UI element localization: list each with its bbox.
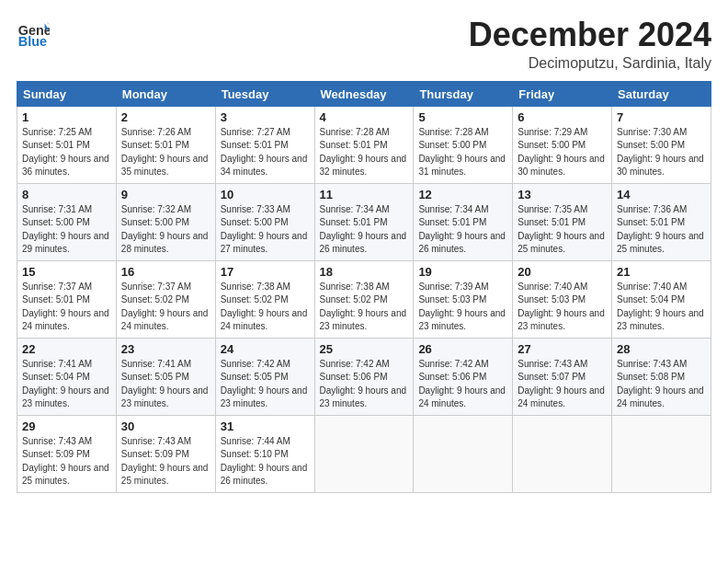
cell-info: Sunrise: 7:41 AMSunset: 5:04 PMDaylight:… xyxy=(22,358,111,411)
day-number: 26 xyxy=(418,342,507,356)
calendar-cell xyxy=(414,415,513,492)
cell-info: Sunrise: 7:26 AMSunset: 5:01 PMDaylight:… xyxy=(121,126,210,179)
cell-info: Sunrise: 7:38 AMSunset: 5:02 PMDaylight:… xyxy=(320,281,409,334)
title-area: December 2024 Decimoputzu, Sardinia, Ita… xyxy=(469,17,711,72)
header: General Blue December 2024 Decimoputzu, … xyxy=(17,17,711,72)
cell-info: Sunrise: 7:25 AMSunset: 5:01 PMDaylight:… xyxy=(22,126,111,179)
day-number: 29 xyxy=(22,419,111,433)
calendar-cell: 14Sunrise: 7:36 AMSunset: 5:01 PMDayligh… xyxy=(612,183,711,260)
weekday-header-monday: Monday xyxy=(116,81,215,106)
cell-info: Sunrise: 7:30 AMSunset: 5:00 PMDaylight:… xyxy=(617,126,706,179)
cell-info: Sunrise: 7:27 AMSunset: 5:01 PMDaylight:… xyxy=(221,126,310,179)
day-number: 13 xyxy=(518,188,607,201)
cell-info: Sunrise: 7:43 AMSunset: 5:07 PMDaylight:… xyxy=(518,358,607,411)
cell-info: Sunrise: 7:42 AMSunset: 5:05 PMDaylight:… xyxy=(221,358,310,411)
cell-info: Sunrise: 7:43 AMSunset: 5:09 PMDaylight:… xyxy=(121,435,210,488)
calendar-cell: 23Sunrise: 7:41 AMSunset: 5:05 PMDayligh… xyxy=(116,338,215,415)
cell-info: Sunrise: 7:34 AMSunset: 5:01 PMDaylight:… xyxy=(418,203,507,257)
calendar-cell: 20Sunrise: 7:40 AMSunset: 5:03 PMDayligh… xyxy=(513,260,612,338)
calendar-cell: 15Sunrise: 7:37 AMSunset: 5:01 PMDayligh… xyxy=(17,260,117,338)
day-number: 27 xyxy=(518,342,607,356)
location-title: Decimoputzu, Sardinia, Italy xyxy=(469,55,711,72)
calendar-cell: 18Sunrise: 7:38 AMSunset: 5:02 PMDayligh… xyxy=(314,260,414,338)
day-number: 3 xyxy=(221,110,310,124)
calendar-cell: 6Sunrise: 7:29 AMSunset: 5:00 PMDaylight… xyxy=(513,106,612,183)
cell-info: Sunrise: 7:43 AMSunset: 5:08 PMDaylight:… xyxy=(617,358,706,411)
calendar-cell: 28Sunrise: 7:43 AMSunset: 5:08 PMDayligh… xyxy=(612,338,711,415)
day-number: 14 xyxy=(617,188,706,201)
cell-info: Sunrise: 7:36 AMSunset: 5:01 PMDaylight:… xyxy=(617,203,706,257)
day-number: 23 xyxy=(121,342,210,356)
calendar-cell: 25Sunrise: 7:42 AMSunset: 5:06 PMDayligh… xyxy=(314,338,414,415)
cell-info: Sunrise: 7:42 AMSunset: 5:06 PMDaylight:… xyxy=(418,358,507,411)
day-number: 31 xyxy=(221,419,310,433)
calendar-cell xyxy=(314,415,414,492)
calendar-week-5: 29Sunrise: 7:43 AMSunset: 5:09 PMDayligh… xyxy=(17,415,711,492)
calendar-cell: 13Sunrise: 7:35 AMSunset: 5:01 PMDayligh… xyxy=(513,183,612,260)
calendar-cell: 16Sunrise: 7:37 AMSunset: 5:02 PMDayligh… xyxy=(116,260,215,338)
calendar-cell: 2Sunrise: 7:26 AMSunset: 5:01 PMDaylight… xyxy=(116,106,215,183)
day-number: 17 xyxy=(221,265,310,279)
cell-info: Sunrise: 7:35 AMSunset: 5:01 PMDaylight:… xyxy=(518,203,607,257)
cell-info: Sunrise: 7:40 AMSunset: 5:04 PMDaylight:… xyxy=(617,281,706,334)
weekday-header-wednesday: Wednesday xyxy=(314,81,414,106)
calendar-week-4: 22Sunrise: 7:41 AMSunset: 5:04 PMDayligh… xyxy=(17,338,711,415)
cell-info: Sunrise: 7:41 AMSunset: 5:05 PMDaylight:… xyxy=(121,358,210,411)
calendar-cell: 27Sunrise: 7:43 AMSunset: 5:07 PMDayligh… xyxy=(513,338,612,415)
day-number: 18 xyxy=(320,265,409,279)
day-number: 10 xyxy=(221,188,310,201)
day-number: 19 xyxy=(418,265,507,279)
calendar-cell: 26Sunrise: 7:42 AMSunset: 5:06 PMDayligh… xyxy=(414,338,513,415)
cell-info: Sunrise: 7:38 AMSunset: 5:02 PMDaylight:… xyxy=(221,281,310,334)
day-number: 12 xyxy=(418,188,507,201)
cell-info: Sunrise: 7:29 AMSunset: 5:00 PMDaylight:… xyxy=(518,126,607,179)
calendar-cell: 21Sunrise: 7:40 AMSunset: 5:04 PMDayligh… xyxy=(612,260,711,338)
calendar-cell: 19Sunrise: 7:39 AMSunset: 5:03 PMDayligh… xyxy=(414,260,513,338)
cell-info: Sunrise: 7:31 AMSunset: 5:00 PMDaylight:… xyxy=(22,203,111,257)
weekday-header-friday: Friday xyxy=(513,81,612,106)
weekday-header-tuesday: Tuesday xyxy=(215,81,314,106)
day-number: 30 xyxy=(121,419,210,433)
calendar-cell: 22Sunrise: 7:41 AMSunset: 5:04 PMDayligh… xyxy=(17,338,117,415)
logo: General Blue xyxy=(17,17,50,50)
svg-text:Blue: Blue xyxy=(18,34,47,49)
day-number: 9 xyxy=(121,188,210,201)
calendar-cell xyxy=(513,415,612,492)
day-number: 24 xyxy=(221,342,310,356)
cell-info: Sunrise: 7:32 AMSunset: 5:00 PMDaylight:… xyxy=(121,203,210,257)
cell-info: Sunrise: 7:33 AMSunset: 5:00 PMDaylight:… xyxy=(221,203,310,257)
cell-info: Sunrise: 7:34 AMSunset: 5:01 PMDaylight:… xyxy=(320,203,409,257)
weekday-header-sunday: Sunday xyxy=(17,81,117,106)
day-number: 28 xyxy=(617,342,706,356)
calendar-cell: 1Sunrise: 7:25 AMSunset: 5:01 PMDaylight… xyxy=(17,106,117,183)
day-number: 1 xyxy=(22,110,111,124)
calendar-cell: 7Sunrise: 7:30 AMSunset: 5:00 PMDaylight… xyxy=(612,106,711,183)
day-number: 21 xyxy=(617,265,706,279)
calendar-table: SundayMondayTuesdayWednesdayThursdayFrid… xyxy=(17,81,711,493)
day-number: 5 xyxy=(418,110,507,124)
cell-info: Sunrise: 7:39 AMSunset: 5:03 PMDaylight:… xyxy=(418,281,507,334)
cell-info: Sunrise: 7:28 AMSunset: 5:01 PMDaylight:… xyxy=(320,126,409,179)
calendar-cell: 10Sunrise: 7:33 AMSunset: 5:00 PMDayligh… xyxy=(215,183,314,260)
cell-info: Sunrise: 7:44 AMSunset: 5:10 PMDaylight:… xyxy=(221,435,310,488)
calendar-cell: 4Sunrise: 7:28 AMSunset: 5:01 PMDaylight… xyxy=(314,106,414,183)
calendar-week-3: 15Sunrise: 7:37 AMSunset: 5:01 PMDayligh… xyxy=(17,260,711,338)
day-number: 22 xyxy=(22,342,111,356)
calendar-cell: 8Sunrise: 7:31 AMSunset: 5:00 PMDaylight… xyxy=(17,183,117,260)
calendar-cell: 11Sunrise: 7:34 AMSunset: 5:01 PMDayligh… xyxy=(314,183,414,260)
calendar-cell: 24Sunrise: 7:42 AMSunset: 5:05 PMDayligh… xyxy=(215,338,314,415)
calendar-cell: 9Sunrise: 7:32 AMSunset: 5:00 PMDaylight… xyxy=(116,183,215,260)
calendar-week-2: 8Sunrise: 7:31 AMSunset: 5:00 PMDaylight… xyxy=(17,183,711,260)
calendar-cell: 17Sunrise: 7:38 AMSunset: 5:02 PMDayligh… xyxy=(215,260,314,338)
day-number: 15 xyxy=(22,265,111,279)
day-number: 8 xyxy=(22,188,111,201)
calendar-cell xyxy=(612,415,711,492)
cell-info: Sunrise: 7:37 AMSunset: 5:02 PMDaylight:… xyxy=(121,281,210,334)
cell-info: Sunrise: 7:42 AMSunset: 5:06 PMDaylight:… xyxy=(320,358,409,411)
calendar-week-1: 1Sunrise: 7:25 AMSunset: 5:01 PMDaylight… xyxy=(17,106,711,183)
cell-info: Sunrise: 7:43 AMSunset: 5:09 PMDaylight:… xyxy=(22,435,111,488)
day-number: 4 xyxy=(320,110,409,124)
day-number: 7 xyxy=(617,110,706,124)
logo-icon: General Blue xyxy=(17,17,50,50)
calendar-cell: 29Sunrise: 7:43 AMSunset: 5:09 PMDayligh… xyxy=(17,415,117,492)
